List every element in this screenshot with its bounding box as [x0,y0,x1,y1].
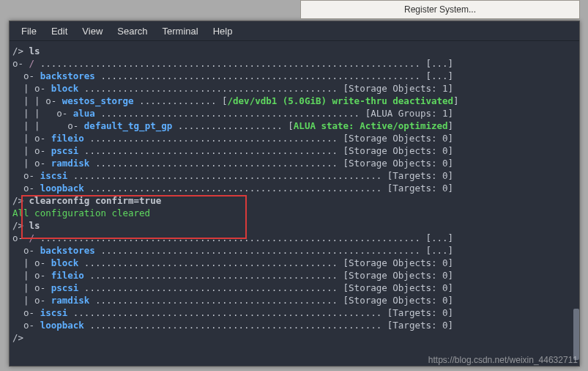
terminal-text: fileio [51,132,84,144]
terminal-text: block [51,257,79,269]
terminal-text: ........................................… [95,70,420,82]
terminal-line: o- loopback ............................… [12,319,576,331]
scrollbar-thumb[interactable] [573,309,579,360]
terminal-text: [...] [420,244,453,257]
terminal-text: fileio [51,269,84,282]
menu-edit[interactable]: Edit [44,23,75,39]
terminal-line: | o- pscsi .............................… [12,282,576,294]
terminal-text: [ [216,95,227,107]
terminal-text: backstores [40,244,95,257]
terminal-text: o- [12,182,40,194]
terminal-text: iscsi [40,306,68,319]
terminal-text: /> [12,45,29,57]
terminal-line: | o- pscsi .............................… [12,144,576,157]
menu-terminal[interactable]: Terminal [155,23,206,39]
terminal-line: /> [12,331,576,344]
terminal-text: .............. [134,95,217,107]
terminal-text: backstores [40,70,95,82]
terminal-text: o- [12,57,29,70]
terminal-text: o- [12,244,40,257]
terminal-text: | o- [12,269,51,282]
terminal-text: [Storage Objects: 0] [338,157,453,169]
terminal-text: ........................................… [84,182,382,194]
terminal-line: | | o- default_tg_pt_gp ................… [12,120,576,132]
terminal-text: [Targets: 0] [382,319,453,331]
terminal-line: | o- fileio ............................… [12,269,576,282]
terminal-text: [Storage Objects: 1] [338,82,453,95]
register-system-dialog[interactable]: Register System... [300,0,580,19]
terminal-text: o- [12,70,40,82]
terminal-line: o- loopback ............................… [12,182,576,194]
terminal-line: | o- ramdisk ...........................… [12,157,576,169]
terminal-text: alua [73,107,95,120]
terminal-text: / [29,57,35,70]
terminal-text: [ALUA Groups: 1] [360,107,453,120]
terminal-text: iscsi [40,169,68,182]
terminal-text: ls [29,45,40,57]
menubar: File Edit View Search Terminal Help [10,21,579,41]
terminal-text: westos_storge [62,95,134,107]
terminal-text: [Storage Objects: 0] [338,269,453,282]
terminal-line: o- iscsi ...............................… [12,306,576,319]
terminal-text: [ [283,120,294,132]
terminal-text: | | o- [12,95,62,107]
terminal-text: [...] [420,70,453,82]
terminal-text: loopback [40,319,84,331]
terminal-text: ........................................… [84,132,338,144]
terminal-line: | | o- westos_storge .............. [/de… [12,95,576,107]
terminal-text: ALUA state: Active/optimized [294,120,448,132]
terminal-text: ........................................… [89,157,338,169]
menu-file[interactable]: File [14,23,44,39]
terminal-text: pscsi [51,144,79,157]
terminal-text: [Storage Objects: 0] [338,282,453,294]
terminal-text: ] [453,95,459,107]
terminal-line: o- iscsi ...............................… [12,169,576,182]
highlight-box [21,195,247,239]
terminal-text: [Targets: 0] [382,169,453,182]
terminal-line: | o- fileio ............................… [12,132,576,144]
terminal-text: loopback [40,182,84,194]
terminal-text: | o- [12,294,51,306]
terminal-text: ........................................… [78,282,338,294]
menu-view[interactable]: View [75,23,110,39]
terminal-text: [...] [420,232,453,244]
terminal-text: [Targets: 0] [382,182,453,194]
terminal-text: | o- [12,157,51,169]
terminal-text: /> [12,331,29,344]
menu-help[interactable]: Help [206,23,240,39]
terminal-line: o- backstores ..........................… [12,244,576,257]
terminal-text: ] [448,120,454,132]
terminal-text: [Storage Objects: 0] [338,294,453,306]
terminal-text: ........................................… [95,244,420,257]
menu-search[interactable]: Search [110,23,155,39]
terminal-line: o- / ...................................… [12,57,576,70]
terminal-text: | | o- [12,107,73,120]
terminal-text: | | o- [12,120,84,132]
terminal-text: ........................................… [95,107,360,120]
terminal-text: [...] [420,57,453,70]
terminal-text: ramdisk [51,294,90,306]
terminal-text: o- [12,306,40,319]
terminal-text: ........................................… [84,269,338,282]
terminal-text: ........................................… [78,144,338,157]
terminal-text: /dev/vdb1 (5.0GiB) write-thru deactivate… [228,95,454,107]
terminal-text: ........................................… [84,319,382,331]
terminal-window: File Edit View Search Terminal Help /> l… [9,21,580,367]
terminal-text: ........................................… [89,294,338,306]
terminal-text: [Targets: 0] [382,306,453,319]
terminal-text: [Storage Objects: 0] [338,132,453,144]
terminal-text: ........................................… [67,306,382,319]
terminal-line: | o- block .............................… [12,257,576,269]
terminal-line: /> ls [12,45,576,57]
terminal-line: o- backstores ..........................… [12,70,576,82]
terminal-text: default_tg_pt_gp [84,120,172,132]
watermark: https://blog.csdn.net/weixin_44632711 [428,355,578,365]
terminal-text: ........................................… [78,257,338,269]
terminal-text: | o- [12,257,51,269]
terminal-line: | o- ramdisk ...........................… [12,294,576,306]
scrollbar[interactable] [573,45,579,363]
terminal-text: | o- [12,132,51,144]
terminal-text: ........................................… [67,169,382,182]
terminal-text: [Storage Objects: 0] [338,144,453,157]
terminal-line: | | o- alua ............................… [12,107,576,120]
